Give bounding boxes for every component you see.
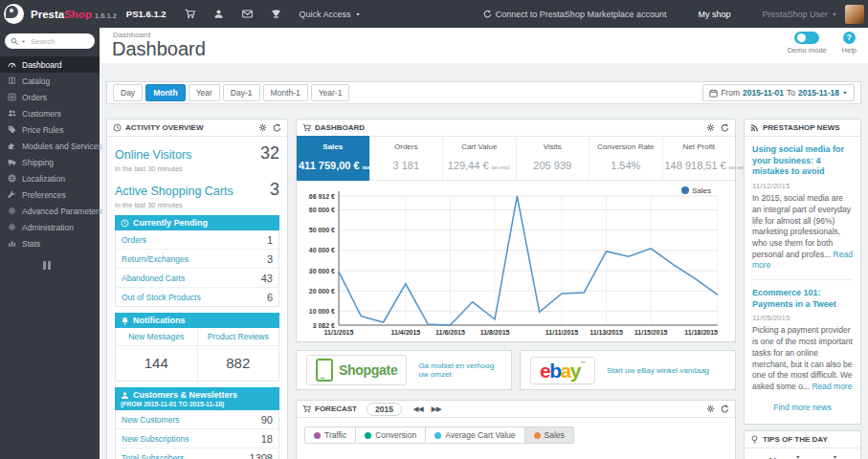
forecast-prev-button[interactable]: ◀◀ — [413, 405, 424, 413]
sidebar-item-administration[interactable]: Administration — [0, 219, 100, 235]
marketplace-link[interactable]: Connect to PrestaShop Marketplace accoun… — [483, 10, 667, 19]
new-customers-row[interactable]: New Customers90 — [116, 410, 278, 429]
new-messages-cell[interactable]: New Messages 144 — [116, 328, 197, 381]
mail-icon[interactable] — [242, 9, 253, 19]
read-more-link[interactable]: Read more — [812, 382, 852, 391]
ps-version-label: PS1.6.1.2 — [126, 9, 167, 19]
period-year-1-button[interactable]: Year-1 — [311, 84, 350, 101]
sidebar-item-catalog[interactable]: Catalog — [0, 73, 100, 89]
brand-version: 1.6.1.2 — [95, 11, 117, 20]
sidebar-item-modules[interactable]: Modules and Services — [0, 138, 100, 154]
caret-down-icon[interactable] — [21, 39, 26, 44]
kpi-net-profit[interactable]: Net Profit148 918,51 € tax excl. — [663, 137, 736, 180]
forecast-next-button[interactable]: ▶▶ — [432, 405, 442, 413]
shopgate-banner[interactable]: Shopgate Ga mobiel en verhoog uw omzet — [296, 350, 512, 390]
period-day-1-button[interactable]: Day-1 — [223, 84, 260, 101]
tips-panel-title: TIPS OF THE DAY — [763, 435, 828, 444]
legend-average-cart-value-button[interactable]: Average Cart Value — [425, 426, 524, 444]
legend-sales-button[interactable]: Sales — [524, 426, 574, 444]
refresh-icon[interactable] — [721, 123, 729, 132]
period-year-button[interactable]: Year — [189, 84, 220, 101]
activity-overview-panel: ACTIVITY OVERVIEW Online Visitors 32 — [106, 119, 288, 459]
kpi-sales[interactable]: Sales411 759,00 € tax excl. — [297, 136, 370, 181]
cart-icon[interactable] — [185, 9, 195, 19]
shopgate-link[interactable]: Ga mobiel en verhoog uw omzet — [418, 361, 501, 379]
gear-icon — [8, 223, 16, 231]
clock-icon — [113, 123, 122, 132]
bell-icon — [121, 317, 129, 325]
svg-text:10 000 €: 10 000 € — [309, 308, 335, 315]
help-icon[interactable]: ? — [843, 32, 856, 44]
ebay-link[interactable]: Start uw eBay winkel vandaag — [607, 366, 709, 375]
ebay-banner[interactable]: ebay™ Start uw eBay winkel vandaag — [520, 350, 736, 390]
svg-text:60 000 €: 60 000 € — [309, 207, 335, 213]
sidebar-item-orders[interactable]: Orders — [0, 89, 100, 105]
product-reviews-cell[interactable]: Product Reviews 882 — [197, 328, 279, 381]
online-visitors-link[interactable]: Online Visitors — [115, 148, 191, 162]
new-subscriptions-row[interactable]: New Subscriptions18 — [116, 429, 278, 448]
settings-gear-icon[interactable] — [706, 404, 715, 413]
sidebar-item-price-rules[interactable]: Price Rules — [0, 121, 100, 138]
active-carts-link[interactable]: Active Shopping Carts — [115, 185, 234, 198]
user-menu[interactable]: PrestaShop User — [762, 10, 837, 19]
sales-dot-icon — [534, 432, 541, 439]
sidebar-collapse-button[interactable] — [43, 261, 100, 270]
customer-icon[interactable] — [213, 9, 224, 19]
sidebar-item-preferences[interactable]: Preferences — [0, 186, 100, 203]
news-article-link[interactable]: Using social media for your business: 4 … — [752, 144, 853, 178]
kpi-cart-value[interactable]: Cart Value129,44 € tax excl. — [443, 137, 517, 180]
pending-orders-row[interactable]: Orders1 — [116, 230, 278, 250]
caret-down-icon — [842, 90, 848, 96]
dashboard-content: Day Month Year Day-1 Month-1 Year-1 From… — [100, 63, 868, 459]
quick-access-menu[interactable]: Quick Access — [300, 10, 361, 19]
period-month-1-button[interactable]: Month-1 — [263, 84, 308, 101]
traffic-dot-icon — [314, 432, 321, 439]
total-subscribers-row[interactable]: Total Subscribers1308 — [116, 448, 278, 459]
out-of-stock-row[interactable]: Out of Stock Products6 — [116, 288, 278, 306]
refresh-icon[interactable] — [721, 404, 729, 413]
svg-text:11/6/2015: 11/6/2015 — [435, 329, 465, 336]
kpi-orders[interactable]: Orders3 181 — [370, 137, 444, 180]
prestashop-logo[interactable] — [4, 4, 24, 24]
legend-traffic-button[interactable]: Traffic — [304, 426, 356, 444]
my-shop-link[interactable]: My shop — [698, 10, 730, 19]
find-more-news-link[interactable]: Find more news — [752, 393, 853, 418]
sidebar-item-localization[interactable]: Localization — [0, 170, 100, 186]
top-bar: PrestaShop1.6.1.2 PS1.6.1.2 Quick Access… — [0, 0, 868, 28]
brand-name[interactable]: PrestaShop1.6.1.2 — [31, 9, 117, 20]
sidebar-item-stats[interactable]: Stats — [0, 235, 100, 251]
settings-gear-icon[interactable] — [706, 123, 715, 132]
date-range-picker[interactable]: From2015-11-01 To2015-11-18 — [702, 84, 855, 101]
sidebar-search[interactable] — [5, 33, 95, 49]
svg-text:11/15/2015: 11/15/2015 — [634, 329, 668, 336]
sidebar-item-dashboard[interactable]: Dashboard — [0, 56, 100, 73]
refresh-icon[interactable] — [273, 123, 281, 132]
demo-mode-toggle[interactable] — [794, 32, 819, 44]
clock-icon — [121, 219, 129, 228]
kpi-visits[interactable]: Visits205 939 — [517, 137, 590, 180]
lightbulb-icon — [750, 435, 759, 444]
tips-of-the-day-panel: TIPS OF THE DAY ingenico Paymentservices… — [744, 430, 861, 459]
sidebar-item-advanced-parameters[interactable]: Advanced Parameters — [0, 203, 100, 219]
tag-icon — [8, 125, 16, 134]
period-day-button[interactable]: Day — [113, 84, 143, 101]
news-date: 11/05/2015 — [752, 314, 853, 322]
trophy-icon[interactable] — [271, 9, 281, 19]
kpi-conversion-rate[interactable]: Conversion Rate1.54% — [590, 137, 663, 180]
settings-gear-icon[interactable] — [258, 123, 267, 132]
user-avatar[interactable] — [845, 5, 864, 24]
period-month-button[interactable]: Month — [145, 84, 186, 101]
news-date: 11/12/2015 — [752, 182, 853, 190]
svg-text:40 000 €: 40 000 € — [309, 247, 335, 253]
notifications-header: Notifications — [115, 313, 279, 328]
sidebar-item-shipping[interactable]: Shipping — [0, 154, 100, 170]
abandoned-carts-row[interactable]: Abandoned Carts43 — [116, 269, 278, 288]
sidebar-item-customers[interactable]: Customers — [0, 105, 100, 121]
forecast-year-badge: 2015 — [367, 403, 402, 416]
page-title: Dashboard — [112, 38, 206, 60]
legend-conversion-button[interactable]: Conversion — [355, 426, 426, 444]
search-input[interactable] — [29, 36, 82, 47]
news-article-link[interactable]: Ecommerce 101: Payments in a Tweet — [752, 288, 853, 310]
svg-text:30 000 €: 30 000 € — [309, 268, 335, 274]
pending-returns-row[interactable]: Return/Exchanges3 — [116, 250, 278, 269]
